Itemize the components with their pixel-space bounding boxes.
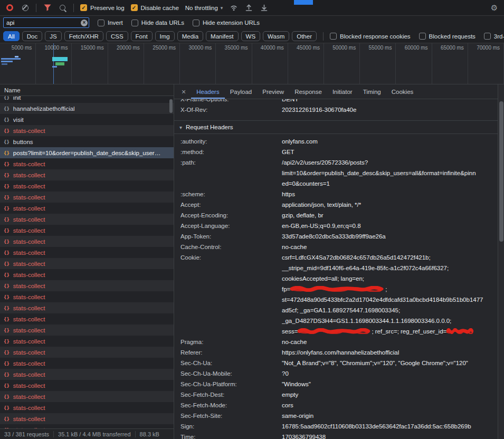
- details-scrollbar[interactable]: [498, 84, 504, 439]
- xhr-icon: {}: [4, 96, 9, 100]
- clear-filter-icon[interactable]: ×: [81, 20, 88, 26]
- tab-headers[interactable]: Headers: [191, 84, 224, 99]
- request-row[interactable]: {}stats-collect: [0, 225, 174, 236]
- filter-chip-css[interactable]: CSS: [106, 31, 128, 41]
- record-button[interactable]: [5, 3, 14, 12]
- overview-time-label: 25000 ms: [153, 45, 176, 51]
- checkbox-checked-icon: ✓: [131, 4, 138, 11]
- tab-initiator[interactable]: Initiator: [327, 84, 358, 99]
- header-name: Sign:: [180, 421, 282, 432]
- request-row[interactable]: {}stats-collect: [0, 291, 174, 302]
- request-row[interactable]: {}stats-collect: [0, 325, 174, 336]
- filter-chip-js[interactable]: JS: [45, 31, 61, 41]
- overview-column: 65000 ms: [432, 43, 468, 84]
- hide-data-urls-checkbox[interactable]: Hide data URLs: [131, 20, 184, 26]
- request-row[interactable]: {}stats-collect: [0, 391, 174, 402]
- filter-chip-all[interactable]: All: [3, 31, 20, 41]
- request-row[interactable]: {}stats-collect: [0, 192, 174, 203]
- request-row[interactable]: {}stats-collect: [0, 203, 174, 214]
- filter-chip-img[interactable]: Img: [155, 31, 175, 41]
- request-row[interactable]: {}stats-collect: [0, 302, 174, 313]
- filter-chip-wasm[interactable]: Wasm: [263, 31, 289, 41]
- header-value: empty: [282, 389, 498, 400]
- tab-cookies[interactable]: Cookies: [386, 84, 419, 99]
- close-details-button[interactable]: ×: [176, 84, 191, 99]
- request-headers-section[interactable]: ▾ Request Headers: [174, 120, 498, 134]
- request-name: stats-collect: [13, 194, 45, 201]
- filter-chip-fetch-xhr[interactable]: Fetch/XHR: [64, 31, 103, 41]
- request-row[interactable]: {}stats-collect: [0, 125, 174, 136]
- name-column-header[interactable]: Name: [0, 84, 174, 96]
- scrollbar-thumb[interactable]: [169, 99, 173, 113]
- invert-label: Invert: [108, 20, 123, 26]
- import-har-button[interactable]: [244, 3, 253, 12]
- close-icon: ×: [182, 88, 186, 96]
- request-row[interactable]: {}stats-collect: [0, 358, 174, 369]
- request-row[interactable]: {}stats-collect: [0, 413, 174, 424]
- request-name: stats-collect: [13, 338, 45, 345]
- request-row[interactable]: {}stats-collect: [0, 214, 174, 225]
- filter-chip-manifest[interactable]: Manifest: [206, 31, 238, 41]
- request-row[interactable]: {}hannahelizabethofficial: [0, 103, 174, 114]
- filter-input[interactable]: [3, 17, 89, 28]
- disable-cache-checkbox[interactable]: ✓ Disable cache: [131, 4, 179, 11]
- search-button[interactable]: [58, 3, 67, 12]
- header-name: Sec-Fetch-Dest:: [180, 389, 282, 400]
- request-row[interactable]: {}stats-collect: [0, 313, 174, 325]
- filter-toggle-button[interactable]: [43, 3, 52, 12]
- request-row[interactable]: {}stats-collect: [0, 402, 174, 413]
- clear-network-log-button[interactable]: [21, 3, 30, 12]
- hide-extension-urls-checkbox[interactable]: Hide extension URLs: [193, 20, 260, 26]
- toolbar-separator: [36, 4, 36, 12]
- filter-checkbox-blocked-requests[interactable]: Blocked requests: [419, 33, 476, 40]
- request-row[interactable]: {}buttons: [0, 136, 174, 147]
- filter-checkbox-blocked-response-cookies[interactable]: Blocked response cookies: [330, 33, 411, 40]
- filter-chip-media[interactable]: Media: [177, 31, 203, 41]
- request-row[interactable]: {}stats-collect: [0, 369, 174, 380]
- request-row[interactable]: {}stats-collect: [0, 158, 174, 169]
- request-list-scrollbar[interactable]: [168, 96, 174, 428]
- export-har-button[interactable]: [260, 3, 269, 12]
- tab-timing[interactable]: Timing: [358, 84, 386, 99]
- header-row: Pragma:no-cache: [174, 337, 498, 347]
- settings-button[interactable]: ⚙: [490, 3, 499, 12]
- header-name: Cookie:: [180, 252, 282, 337]
- request-row[interactable]: {}stats-collect: [0, 424, 174, 428]
- xhr-icon: {}: [4, 106, 9, 111]
- request-row[interactable]: {}stats-collect: [0, 236, 174, 247]
- request-row[interactable]: {}visit: [0, 114, 174, 125]
- request-row[interactable]: {}stats-collect: [0, 380, 174, 391]
- filter-chip-other[interactable]: Other: [292, 31, 317, 41]
- download-icon: [260, 4, 268, 12]
- scrollbar-thumb[interactable]: [499, 101, 503, 242]
- request-row[interactable]: {}posts?limit=10&order=publish_date_desc…: [0, 147, 174, 158]
- filter-checkbox-3rd-party-requests[interactable]: 3rd-party requests: [484, 33, 504, 40]
- xhr-icon: {}: [4, 272, 9, 278]
- preserve-log-checkbox[interactable]: ✓ Preserve log: [80, 4, 125, 11]
- throttling-select[interactable]: No throttling ▾: [185, 5, 223, 11]
- request-row[interactable]: {}stats-collect: [0, 247, 174, 258]
- filter-chip-doc[interactable]: Doc: [22, 31, 42, 41]
- request-row[interactable]: {}stats-collect: [0, 269, 174, 280]
- request-name: stats-collect: [13, 305, 45, 311]
- network-toolbar: ✓ Preserve log ✓ Disable cache No thrott…: [0, 0, 504, 16]
- filter-chip-font[interactable]: Font: [131, 31, 153, 41]
- request-row[interactable]: {}stats-collect: [0, 336, 174, 347]
- tab-preview[interactable]: Preview: [257, 84, 289, 99]
- xhr-icon: {}: [4, 150, 9, 156]
- request-row[interactable]: {}stats-collect: [0, 169, 174, 180]
- request-row[interactable]: {}stats-collect: [0, 347, 174, 358]
- tab-payload[interactable]: Payload: [225, 84, 258, 99]
- request-row[interactable]: {}stats-collect: [0, 258, 174, 269]
- timeline-overview[interactable]: 5000 ms10000 ms15000 ms20000 ms25000 ms3…: [0, 43, 504, 84]
- xhr-icon: {}: [4, 350, 9, 355]
- filter-chip-ws[interactable]: WS: [241, 31, 261, 41]
- network-conditions-button[interactable]: [229, 3, 238, 12]
- invert-checkbox[interactable]: Invert: [98, 20, 123, 26]
- request-row[interactable]: {}stats-collect: [0, 280, 174, 291]
- request-row[interactable]: {}stats-collect: [0, 180, 174, 192]
- request-row[interactable]: {}init: [0, 96, 174, 103]
- header-value: cors: [282, 400, 498, 411]
- header-value: csrf=LdfcGX4Sa72db06824c657db26a5d142472…: [282, 252, 498, 337]
- tab-response[interactable]: Response: [289, 84, 327, 99]
